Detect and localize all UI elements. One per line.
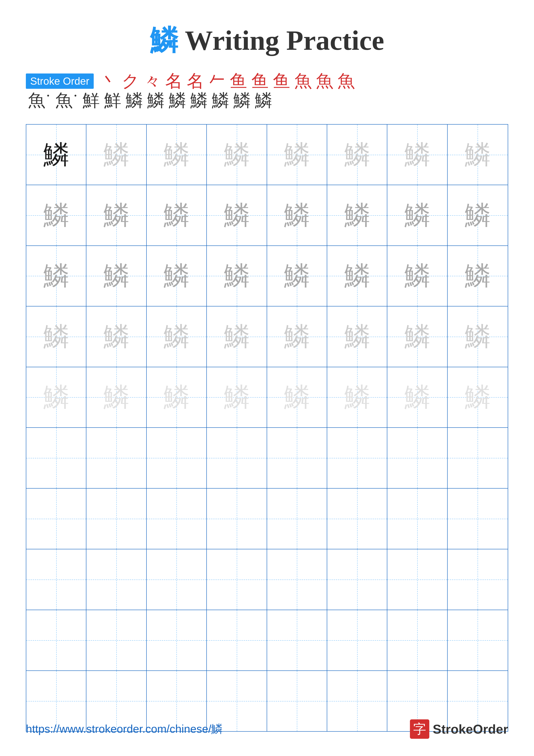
grid-cell[interactable]: 鱗 (26, 307, 87, 366)
grid-cell[interactable] (147, 549, 207, 610)
practice-char: 鱗 (103, 263, 129, 289)
grid-cell[interactable]: 鱗 (447, 124, 508, 185)
practice-char: 鱗 (344, 324, 370, 350)
grid-cell[interactable]: 鱗 (87, 367, 146, 427)
grid-cell[interactable]: 鱗 (26, 246, 87, 306)
grid-cell[interactable]: 鱗 (327, 185, 387, 245)
grid-cell[interactable] (447, 489, 508, 549)
grid-cell[interactable]: 鱗 (387, 246, 447, 306)
grid-row-2: 鱗 鱗 鱗 鱗 鱗 鱗 鱗 鱗 (26, 185, 508, 246)
practice-char: 鱗 (344, 142, 370, 168)
title-character: 鱗 (150, 25, 178, 56)
grid-cell[interactable] (327, 610, 387, 670)
stroke-order-badge: Stroke Order (26, 73, 94, 89)
grid-cell[interactable]: 鱗 (267, 307, 327, 366)
grid-cell[interactable] (26, 428, 87, 488)
grid-cell[interactable] (207, 610, 267, 670)
grid-cell[interactable] (87, 428, 146, 488)
grid-cell[interactable] (447, 428, 508, 488)
practice-char: 鱗 (164, 142, 189, 168)
stroke-step-22: 鱗 (233, 92, 250, 109)
grid-cell[interactable]: 鱗 (447, 367, 508, 427)
practice-char: 鱗 (465, 142, 491, 168)
grid-cell[interactable]: 鱗 (387, 367, 447, 427)
grid-cell[interactable]: 鱗 (147, 246, 207, 306)
grid-cell[interactable] (267, 610, 327, 670)
stroke-step-15: 鮮 (83, 92, 100, 109)
grid-cell[interactable]: 鱗 (267, 124, 327, 185)
grid-cell[interactable]: 鱗 (207, 185, 267, 245)
grid-cell[interactable]: 鱗 (327, 124, 387, 185)
grid-cell[interactable] (87, 549, 146, 610)
grid-cell[interactable] (327, 428, 387, 488)
grid-cell[interactable]: 鱗 (327, 367, 387, 427)
grid-cell[interactable]: 鱗 (447, 185, 508, 245)
grid-cell[interactable]: 鱗 (387, 124, 447, 185)
practice-char: 鱗 (224, 384, 250, 410)
grid-cell[interactable]: 鱗 (26, 185, 87, 245)
grid-cell[interactable] (207, 549, 267, 610)
grid-cell[interactable]: 鱗 (327, 246, 387, 306)
practice-char: 鱗 (43, 263, 69, 289)
grid-cell[interactable] (147, 489, 207, 549)
practice-char: 鱗 (284, 142, 310, 168)
grid-cell[interactable] (267, 549, 327, 610)
stroke-step-12: 魚 (338, 72, 355, 90)
practice-char: 鱗 (164, 324, 189, 350)
grid-cell[interactable]: 鱗 (147, 124, 207, 185)
grid-cell[interactable]: 鱗 (327, 307, 387, 366)
grid-cell[interactable] (147, 428, 207, 488)
grid-cell[interactable]: 鱗 (387, 185, 447, 245)
grid-cell[interactable]: 鱗 (267, 367, 327, 427)
grid-cell[interactable] (207, 428, 267, 488)
grid-cell[interactable]: 鱗 (147, 307, 207, 366)
grid-cell[interactable] (387, 610, 447, 670)
grid-cell[interactable] (387, 489, 447, 549)
grid-cell[interactable] (207, 489, 267, 549)
grid-cell[interactable]: 鱗 (447, 246, 508, 306)
practice-char: 鱗 (284, 324, 310, 350)
grid-cell[interactable] (267, 489, 327, 549)
grid-cell[interactable]: 鱗 (26, 367, 87, 427)
grid-cell[interactable]: 鱗 (207, 307, 267, 366)
stroke-order-section: Stroke Order 丶 ク 々 名 名 𠂉 鱼 鱼 鱼 魚 魚 魚 魚˙ … (26, 72, 508, 111)
grid-cell[interactable] (26, 489, 87, 549)
grid-cell[interactable]: 鱗 (267, 185, 327, 245)
practice-char: 鱗 (465, 202, 491, 228)
grid-cell[interactable] (26, 610, 87, 670)
grid-cell[interactable] (387, 549, 447, 610)
grid-cell[interactable] (26, 549, 87, 610)
grid-cell[interactable]: 鱗 (87, 246, 146, 306)
grid-cell[interactable]: 鱗 (387, 307, 447, 366)
practice-char: 鱗 (224, 142, 250, 168)
grid-cell[interactable] (447, 549, 508, 610)
grid-cell[interactable] (267, 428, 327, 488)
grid-cell[interactable]: 鱗 (267, 246, 327, 306)
grid-cell[interactable]: 鱗 (26, 124, 87, 185)
grid-cell[interactable] (87, 489, 146, 549)
stroke-step-2: ク (122, 72, 140, 90)
grid-cell[interactable]: 鱗 (147, 367, 207, 427)
grid-cell[interactable] (387, 428, 447, 488)
practice-char: 鱗 (465, 324, 491, 350)
grid-cell[interactable]: 鱗 (147, 185, 207, 245)
grid-cell[interactable]: 鱗 (87, 185, 146, 245)
grid-cell[interactable]: 鱗 (87, 307, 146, 366)
grid-cell[interactable]: 鱗 (207, 367, 267, 427)
grid-cell[interactable] (87, 610, 146, 670)
grid-cell[interactable] (147, 610, 207, 670)
grid-cell[interactable] (327, 549, 387, 610)
grid-cell[interactable] (327, 489, 387, 549)
grid-cell[interactable]: 鱗 (87, 124, 146, 185)
grid-cell[interactable] (447, 610, 508, 670)
grid-cell[interactable]: 鱗 (447, 307, 508, 366)
grid-cell[interactable]: 鱗 (207, 124, 267, 185)
grid-row-9 (26, 610, 508, 671)
practice-char: 鱗 (344, 384, 370, 410)
practice-char: 鱗 (404, 263, 430, 289)
stroke-step-10: 魚 (294, 72, 312, 90)
strokeorder-logo-text: StrokeOrder (433, 722, 508, 737)
grid-cell[interactable]: 鱗 (207, 246, 267, 306)
footer-url[interactable]: https://www.strokeorder.com/chinese/鱗 (26, 721, 222, 737)
practice-char: 鱗 (164, 202, 189, 228)
